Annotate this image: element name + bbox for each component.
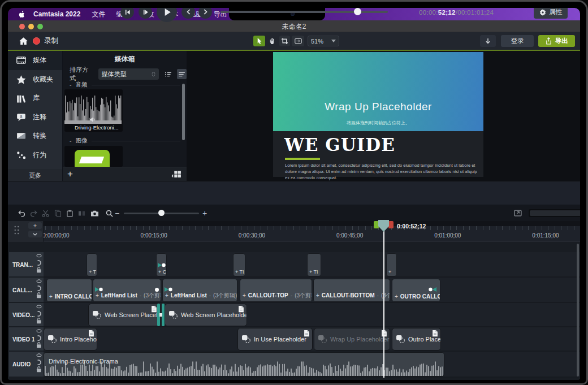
callout-clip[interactable]: +CALLOUT-BOTTOM-(3个剪辑) [313,279,390,302]
mute-track-icon[interactable] [36,260,42,265]
split-button[interactable] [78,210,85,217]
edit-tool-button[interactable] [253,36,265,46]
lock-track-icon[interactable] [36,292,42,297]
media-placeholder-clip[interactable]: Web Screen Placeholder [165,304,247,326]
callout-clip[interactable]: +LeftHand List-(3个剪辑) [93,279,161,302]
ruler-tick [555,226,555,230]
mute-track-icon[interactable] [36,335,42,340]
ruler-tick [528,226,529,230]
add-media-button[interactable]: + [67,168,73,180]
lock-track-icon[interactable] [36,317,42,322]
undo-button[interactable] [18,210,25,217]
scrubber-thumb[interactable] [354,8,361,15]
disable-track-icon[interactable] [36,353,42,358]
sort-by-label: 排序方式 [70,66,94,83]
disable-track-icon[interactable] [36,279,42,284]
track-name: TRAN... [12,261,33,267]
playhead-line[interactable] [383,226,384,378]
record-button[interactable]: 录制 [33,35,58,46]
cut-button[interactable] [42,210,49,217]
media-item-image[interactable] [64,146,123,167]
sort-by-select[interactable]: 媒体类型 [98,68,159,80]
transition-placeholder-clip[interactable]: + TI [307,253,321,276]
pan-tool-button[interactable] [267,36,278,46]
home-button[interactable] [17,35,29,46]
drag-handle-icon[interactable] [14,225,20,235]
callout-clip[interactable]: +CALLOUT-TOP-(3个剪辑) [240,279,312,302]
track-header-call[interactable]: CALL... [9,278,44,303]
paste-button[interactable] [66,210,74,217]
callout-clip[interactable]: +OUTRO CALLOUT [392,279,440,302]
media-placeholder-clip[interactable]: Wrap Up Placeholder [314,328,390,351]
canvas[interactable]: Wrap Up Placeholder 将媒体拖到时间轴的占位符上。 WE GU… [273,52,483,177]
add-track-button[interactable]: + [28,222,42,229]
redo-button[interactable] [30,210,37,217]
export-button[interactable]: 导出 [538,35,575,47]
sidebar-item-3[interactable]: a注释 [8,108,62,127]
media-placeholder-clip[interactable]: Outro Placeholder [392,328,441,351]
detach-timeline-button[interactable] [514,210,522,217]
callout-clip[interactable]: +INTRO CALLOUT [46,279,92,302]
transition-placeholder-clip[interactable]: + [386,253,397,276]
download-button[interactable] [480,35,496,47]
lock-track-icon[interactable] [36,266,42,271]
transition-placeholder-clip[interactable]: + T [87,253,97,276]
timeline-hscrollbar[interactable] [529,209,580,217]
ruler-tick [496,226,496,230]
crop-tool-button[interactable] [279,36,290,46]
sidebar-item-4[interactable]: 转换 [8,127,62,146]
disable-track-icon[interactable] [36,305,42,310]
media-bin-scrollbar[interactable] [182,84,185,140]
timeline-vscrollbar[interactable] [577,244,579,377]
media-item-audio[interactable]: Driving-Electroni... [64,89,123,132]
menu-item[interactable]: 文件 [92,10,105,19]
apple-menu-icon[interactable] [19,10,25,18]
transition-placeholder-clip[interactable]: + C [156,253,167,276]
ruler-tick [176,226,176,230]
view-ascending-button[interactable] [163,69,173,79]
track-header-video1[interactable]: VIDEO 1 [9,327,44,352]
canvas-zoom-select[interactable]: 51% [308,36,339,46]
timeline-ruler[interactable]: 0:00:00;000:00:15;000:00:30;000:00:45;00… [44,226,580,242]
zoom-in-button[interactable]: + [202,209,207,218]
media-placeholder-clip[interactable]: In Use Placeholder [237,328,313,351]
disable-track-icon[interactable] [36,329,42,334]
sidebar-item-2[interactable]: 库 [8,89,62,108]
camera-button[interactable] [90,210,99,217]
media-placeholder-clip[interactable]: Web Screen Placeholder [88,304,160,326]
transition-clip[interactable] [157,304,165,326]
audio-section-header[interactable]: - 音频 [70,81,180,89]
fit-tool-button[interactable] [292,36,304,46]
image-section-header[interactable]: - 图像 [70,137,180,145]
sidebar-item-1[interactable]: 收藏夹 [8,70,62,89]
zoom-out-button[interactable]: − [115,209,119,218]
scrubber-track[interactable] [220,11,388,13]
playhead-in-handle[interactable] [374,221,379,228]
view-descending-button[interactable] [177,69,187,79]
lock-track-icon[interactable] [36,366,42,371]
transition-placeholder-clip[interactable]: + TI [233,253,245,276]
sidebar-more-button[interactable]: 更多 [8,170,62,181]
timeline-zoom-thumb[interactable] [158,210,165,216]
track-header-video[interactable]: VIDEO... [9,303,44,327]
grid-view-icon[interactable] [171,170,181,178]
track-header-tran[interactable]: TRAN... [9,252,44,278]
window-title-bar[interactable]: 未命名2 [8,20,580,32]
app-menu-title[interactable]: Camtasia 2022 [33,10,80,18]
playhead-out-handle[interactable] [388,221,394,228]
collapse-tracks-button[interactable] [28,231,42,237]
properties-button[interactable]: 属性 [534,8,568,19]
disable-track-icon[interactable] [36,254,42,259]
lock-track-icon[interactable] [36,341,42,347]
copy-button[interactable] [54,210,62,217]
mute-track-icon[interactable] [36,311,42,316]
callout-clip[interactable]: +LeftHand List-(3个剪辑) [162,279,237,302]
mute-track-icon[interactable] [36,360,42,365]
sidebar-item-5[interactable]: 行为 [8,146,62,165]
login-button[interactable]: 登录 [501,35,534,47]
sidebar-item-media[interactable]: 媒体 [8,51,62,70]
track-header-audio[interactable]: AUDIO [9,352,44,378]
media-placeholder-clip[interactable]: Intro Placeholder [44,328,97,351]
track-controls [36,353,42,371]
mute-track-icon[interactable] [36,285,42,291]
